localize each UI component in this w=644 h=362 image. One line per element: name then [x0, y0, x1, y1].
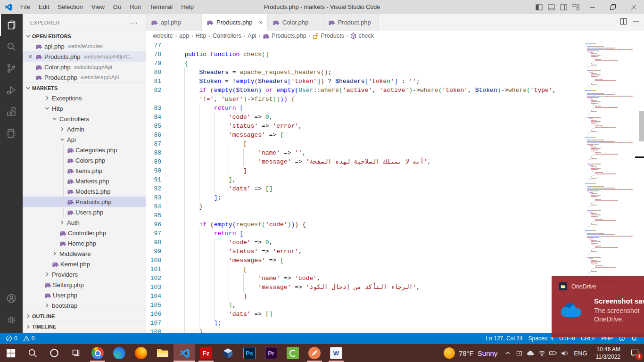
tab-products-php[interactable]: Products.php×	[202, 14, 268, 31]
taskbar-photoshop[interactable]: Ps	[239, 344, 260, 362]
taskbar-pen-app[interactable]	[304, 344, 325, 362]
volume-icon[interactable]	[559, 344, 570, 362]
tree-file-users-php[interactable]: Users.php	[23, 207, 146, 217]
taskbar-cortana[interactable]	[43, 344, 65, 362]
code-line[interactable]: 100 'messages' => [	[146, 256, 583, 265]
extensions-icon[interactable]	[0, 101, 23, 123]
open-editor-item[interactable]: ✕Products.phpwebsite\app\Http\C...	[23, 51, 146, 62]
taskbar-search[interactable]	[22, 344, 43, 362]
taskbar-edge[interactable]	[108, 344, 130, 362]
code-line[interactable]: 79 {	[146, 59, 583, 68]
code-line[interactable]: 86 'messages' => [	[146, 131, 583, 140]
vscode-logo-icon[interactable]	[0, 0, 16, 14]
close-tab-icon[interactable]: ×	[259, 19, 263, 26]
tree-file-colors-php[interactable]: Colors.php	[23, 155, 146, 165]
tree-folder-admin[interactable]: Admin	[23, 124, 146, 134]
menu-edit[interactable]: Edit	[34, 0, 53, 14]
menu-selection[interactable]: Selection	[53, 0, 87, 14]
workspace-header[interactable]: MARKETS	[23, 82, 146, 93]
taskbar-firefox[interactable]	[130, 344, 152, 362]
tree-folder-bootstrap[interactable]: bootstrap	[23, 300, 146, 311]
status-cursor-position[interactable]: Ln 127, Col 24	[483, 335, 526, 342]
tab-color-php[interactable]: Color.php	[268, 14, 323, 31]
code-line[interactable]: 81 $token = !empty($headers['token']) ? …	[146, 77, 583, 86]
code-line[interactable]: 96 if (empty(request('code'))) {	[146, 220, 583, 229]
code-line[interactable]: 93 ];	[146, 193, 583, 202]
code-line[interactable]: 106 'data' => []	[146, 310, 583, 319]
code-line[interactable]: 103 'message' => 'الرجاء التأكد من إدخال…	[146, 283, 583, 292]
search-icon[interactable]	[0, 36, 23, 58]
menu-run[interactable]: Run	[125, 0, 145, 14]
open-editor-item[interactable]: ✕Product.phpwebsite\app\Api	[23, 72, 146, 82]
screen-snip-icon[interactable]	[513, 344, 525, 362]
menu-go[interactable]: Go	[109, 0, 125, 14]
code-line[interactable]: '!=', 'user')->first())) {	[146, 95, 583, 104]
tree-folder-middleware[interactable]: Middleware	[23, 248, 146, 259]
taskbar-vscode[interactable]	[173, 344, 195, 362]
open-editors-header[interactable]: OPEN EDITORS	[23, 31, 146, 41]
status-warning[interactable]: 0	[20, 335, 38, 342]
onedrive-toast[interactable]: OneDrive Screenshot save The screenshot …	[552, 276, 644, 337]
tree-folder-auth[interactable]: Auth	[23, 217, 146, 228]
code-line[interactable]: 80 $headers = apache_request_headers();	[146, 68, 583, 77]
tree-file-models1-php[interactable]: Models1.php	[23, 186, 146, 197]
clock[interactable]: 10:46 AM 11/3/2022	[591, 346, 626, 361]
code-line[interactable]: 95	[146, 211, 583, 220]
code-line[interactable]: 101 [	[146, 265, 583, 274]
menu-view[interactable]: View	[87, 0, 109, 14]
open-editor-item[interactable]: ✕Color.phpwebsite\app\Api	[23, 62, 146, 72]
code-line[interactable]: 92 'data' => []	[146, 184, 583, 193]
code-line[interactable]: 105 ],	[146, 301, 583, 310]
wifi-icon[interactable]	[536, 344, 547, 362]
code-line[interactable]: 83 return [	[146, 104, 583, 113]
breadcrumb-item-api[interactable]: Api	[248, 33, 256, 39]
code-line[interactable]: 108 }	[146, 328, 583, 333]
restore-button[interactable]	[603, 0, 623, 14]
tree-file-home-php[interactable]: Home.php	[23, 238, 146, 248]
code-line[interactable]: 88 'name' => '',	[146, 148, 583, 157]
settings-icon[interactable]	[0, 309, 23, 331]
taskbar-start[interactable]	[0, 344, 22, 362]
code-line[interactable]: 102 'name' => 'code',	[146, 274, 583, 283]
open-editor-item[interactable]: ✕api.phpwebsite\routes	[23, 41, 146, 51]
battery-icon[interactable]	[547, 344, 559, 362]
tree-file-categories-php[interactable]: Categories.php	[23, 145, 146, 155]
toggle-sidebar-icon[interactable]	[533, 0, 545, 14]
code-line[interactable]: 77	[146, 41, 583, 50]
breadcrumb-item-controllers[interactable]: Controllers	[213, 33, 241, 39]
chevron-up-icon[interactable]	[502, 344, 513, 362]
tree-file-controller-php[interactable]: Controller.php	[23, 228, 146, 238]
tab-api-php[interactable]: api.php	[146, 14, 202, 31]
toggle-secondary-sidebar-icon[interactable]	[557, 0, 570, 14]
code-line[interactable]: 104 ]	[146, 292, 583, 301]
tree-file-user-php[interactable]: User.php	[23, 290, 146, 300]
breadcrumb-item-check[interactable]: check	[350, 33, 374, 39]
tree-file-products-php[interactable]: Products.php	[23, 197, 146, 207]
code-line[interactable]: 78 public function check()	[146, 50, 583, 59]
breadcrumb-item-products-php[interactable]: Products.php	[263, 33, 306, 39]
code-line[interactable]: 107 ];	[146, 319, 583, 328]
code-line[interactable]: 82 if (empty($token) or empty(User::wher…	[146, 86, 583, 95]
code-line[interactable]: 91 ],	[146, 175, 583, 184]
split-editor-icon[interactable]	[620, 18, 627, 27]
tree-folder-http[interactable]: Http	[23, 103, 146, 114]
breadcrumb-item-website[interactable]: website	[153, 33, 173, 39]
notebook-icon[interactable]	[0, 123, 23, 144]
tree-file-setting-php[interactable]: Setting.php	[23, 280, 146, 290]
explorer-icon[interactable]	[0, 14, 23, 36]
breadcrumb-item-app[interactable]: app	[179, 33, 189, 39]
taskbar-premiere[interactable]: Pr	[260, 344, 282, 362]
code-line[interactable]: 97 return [	[146, 229, 583, 238]
code-line[interactable]: 84 'code' => 0,	[146, 113, 583, 122]
breadcrumb-item-http[interactable]: Http	[196, 33, 206, 39]
tree-file-markets-php[interactable]: Markets.php	[23, 176, 146, 186]
run-debug-icon[interactable]	[0, 79, 23, 101]
keyboard-language[interactable]: ENG	[570, 350, 591, 357]
taskbar-file-explorer[interactable]	[152, 344, 173, 362]
customize-layout-icon[interactable]	[570, 0, 582, 14]
minimize-button[interactable]	[582, 0, 603, 14]
tree-folder-exceptions[interactable]: Exceptions	[23, 93, 146, 103]
code-line[interactable]: 87 [	[146, 140, 583, 148]
tree-folder-providers[interactable]: Providers	[23, 269, 146, 280]
tree-folder-controllers[interactable]: Controllers	[23, 114, 146, 124]
